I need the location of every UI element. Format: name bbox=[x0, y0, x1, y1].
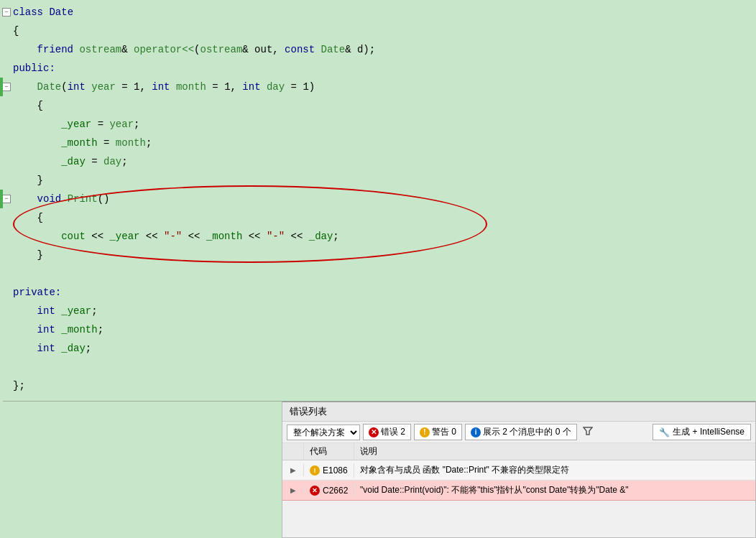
row1-desc: 对象含有与成员 函数 "Date::Print" 不兼容的类型限定符 bbox=[360, 465, 569, 475]
code-line bbox=[0, 358, 756, 376]
code-line: _month = month; bbox=[0, 134, 756, 152]
error-row-2[interactable]: ▶ ✕ C2662 "void Date::Print(void)": 不能将"… bbox=[282, 481, 755, 501]
code-line: − void Print() bbox=[0, 190, 756, 208]
code-text: int _month; bbox=[13, 320, 103, 339]
error-icon: ✕ bbox=[369, 427, 379, 437]
code-text: { bbox=[13, 96, 43, 115]
row2-code: C2662 bbox=[323, 486, 348, 496]
code-line: − class Date bbox=[0, 3, 756, 22]
code-line: friend ostream& operator<<(ostream& out,… bbox=[0, 40, 756, 59]
code-text: private: bbox=[13, 283, 61, 302]
code-text: int _year; bbox=[13, 302, 98, 320]
code-line: { bbox=[0, 22, 756, 40]
code-text: cout << _year << "-" << _month << "-" <<… bbox=[13, 227, 339, 246]
filter-icon bbox=[583, 426, 593, 438]
warning-count-btn[interactable]: ! 警告 0 bbox=[414, 424, 462, 440]
code-text: } bbox=[13, 171, 43, 190]
code-text: _year = year; bbox=[13, 115, 139, 134]
error-toolbar: 整个解决方案 ✕ 错误 2 ! 警告 0 i 展示 2 个消息中的 0 个 🔧 bbox=[282, 422, 755, 443]
editor-area: − class Date { friend ostream& operator<… bbox=[0, 0, 756, 402]
code-container: − class Date { friend ostream& operator<… bbox=[0, 0, 756, 402]
code-text: class Date bbox=[13, 3, 73, 22]
code-text: _day = day; bbox=[13, 152, 128, 171]
collapse-btn[interactable]: − bbox=[2, 195, 11, 203]
row2-desc: "void Date::Print(void)": 不能将"this"指针从"c… bbox=[360, 485, 629, 495]
code-line: int _month; bbox=[0, 320, 756, 339]
wrench-icon: 🔧 bbox=[659, 427, 670, 437]
code-line: int _year; bbox=[0, 302, 756, 320]
code-text: public: bbox=[13, 59, 55, 78]
code-text: int _day; bbox=[13, 339, 91, 358]
info-icon: i bbox=[471, 427, 481, 437]
code-line: } bbox=[0, 246, 756, 264]
row1-expand: ▶ bbox=[290, 466, 296, 474]
code-line: int _day; bbox=[0, 339, 756, 358]
code-line: _day = day; bbox=[0, 152, 756, 171]
code-text: } bbox=[13, 246, 43, 264]
code-line: − Date(int year = 1, int month = 1, int … bbox=[0, 78, 756, 96]
code-text: friend ostream& operator<<(ostream& out,… bbox=[13, 40, 375, 59]
code-line: public: bbox=[0, 59, 756, 78]
code-line: { bbox=[0, 208, 756, 227]
row1-warning-icon: ! bbox=[310, 465, 320, 476]
error-panel: 错误列表 整个解决方案 ✕ 错误 2 ! 警告 0 i 展示 2 个消息中的 0… bbox=[282, 402, 756, 538]
code-text: _month = month; bbox=[13, 134, 152, 152]
code-line: } bbox=[0, 171, 756, 190]
row2-error-icon: ✕ bbox=[310, 486, 320, 496]
code-line bbox=[0, 264, 756, 283]
errors-label: 错误 2 bbox=[381, 426, 405, 438]
code-line: cout << _year << "-" << _month << "-" <<… bbox=[0, 227, 756, 246]
info-count-btn[interactable]: i 展示 2 个消息中的 0 个 bbox=[465, 424, 577, 440]
svg-marker-0 bbox=[584, 427, 592, 435]
error-panel-header: 错误列表 bbox=[282, 402, 755, 422]
build-label: 生成 + IntelliSense bbox=[673, 426, 745, 438]
row1-code: E1086 bbox=[323, 465, 348, 476]
code-text: }; bbox=[13, 376, 25, 395]
build-btn[interactable]: 🔧 生成 + IntelliSense bbox=[653, 424, 751, 440]
error-row-1[interactable]: ▶ ! E1086 对象含有与成员 函数 "Date::Print" 不兼容的类… bbox=[282, 460, 755, 481]
info-label: 展示 2 个消息中的 0 个 bbox=[483, 426, 571, 438]
code-line: private: bbox=[0, 283, 756, 302]
code-line: { bbox=[0, 96, 756, 115]
code-line: _year = year; bbox=[0, 115, 756, 134]
error-count-btn[interactable]: ✕ 错误 2 bbox=[363, 424, 411, 440]
warnings-label: 警告 0 bbox=[432, 426, 456, 438]
code-text: { bbox=[13, 208, 43, 227]
code-text: { bbox=[13, 22, 19, 40]
scope-select[interactable]: 整个解决方案 bbox=[287, 425, 360, 440]
code-text: Date(int year = 1, int month = 1, int da… bbox=[13, 78, 315, 96]
error-table-header: 代码 说明 bbox=[282, 443, 755, 460]
code-text: void Print() bbox=[13, 190, 109, 208]
collapse-btn[interactable]: − bbox=[2, 8, 11, 17]
row2-expand: ▶ bbox=[290, 486, 296, 494]
collapse-btn[interactable]: − bbox=[2, 83, 11, 91]
warning-icon: ! bbox=[420, 427, 430, 437]
code-line: }; bbox=[0, 376, 756, 395]
